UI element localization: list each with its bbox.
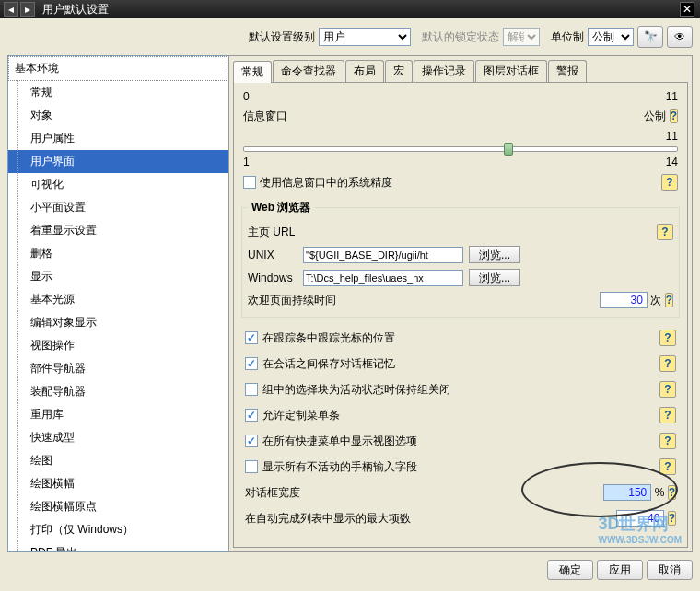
tab[interactable]: 宏 (385, 60, 413, 82)
tree-item[interactable]: 绘图横幅原点 (8, 495, 228, 518)
autocomplete-max-input[interactable] (616, 510, 664, 527)
tab[interactable]: 图层对话框 (475, 60, 547, 82)
help-icon[interactable]: ? (659, 355, 676, 372)
help-icon[interactable]: ? (657, 224, 673, 240)
unix-path-input[interactable] (303, 247, 463, 263)
tree-item[interactable]: 删格 (8, 242, 228, 265)
help-icon[interactable]: ? (661, 174, 678, 191)
inactive-handles-check[interactable] (245, 460, 258, 473)
default-level-label: 默认设置级别 (249, 29, 315, 45)
unit-select[interactable]: 公制 (588, 28, 634, 46)
tree-item[interactable]: 打印（仅 Windows） (8, 518, 228, 541)
autocomplete-label: 在自动完成列表中显示的最大项数 (245, 511, 411, 527)
tree-item[interactable]: 小平面设置 (8, 196, 228, 219)
help-icon[interactable]: ? (668, 511, 676, 526)
info-window-label: 信息窗口 (243, 109, 287, 124)
tree-item[interactable]: 显示 (8, 265, 228, 288)
tree-item[interactable]: 对象 (8, 104, 228, 127)
tree-item[interactable]: 编辑对象显示 (8, 311, 228, 334)
track-cursor-check[interactable] (245, 331, 258, 344)
window-title: 用户默认设置 (42, 2, 109, 17)
tree-item[interactable]: 部件导航器 (8, 357, 228, 380)
save-dialog-memory-check[interactable] (245, 357, 258, 370)
binoculars-icon[interactable]: 🔭 (637, 26, 663, 48)
back-button[interactable]: ◂ (4, 2, 18, 17)
tree-item[interactable]: 基本光源 (8, 288, 228, 311)
cancel-button[interactable]: 取消 (647, 560, 693, 580)
tab[interactable]: 警报 (548, 60, 587, 82)
dialog-width-input[interactable] (603, 484, 651, 501)
tree-item[interactable]: 重用库 (8, 403, 228, 426)
tree-item[interactable]: 着重显示设置 (8, 219, 228, 242)
web-browser-group: Web 浏览器 主页 URL? UNIX 浏览... Windows 浏览...… (241, 200, 680, 318)
windows-path-input[interactable] (303, 270, 463, 286)
close-button[interactable]: ✕ (680, 2, 694, 17)
eye-icon[interactable]: 👁 (667, 26, 693, 48)
tree-item[interactable]: 装配导航器 (8, 380, 228, 403)
tab[interactable]: 操作记录 (414, 60, 474, 82)
ok-button[interactable]: 确定 (547, 560, 593, 580)
help-icon[interactable]: ? (659, 433, 676, 449)
tree-item[interactable]: 常规 (8, 81, 228, 104)
tree[interactable]: 基本环境 常规对象用户属性用户界面可视化小平面设置着重显示设置删格显示基本光源编… (7, 55, 228, 552)
tabs: 常规命令查找器布局宏操作记录图层对话框警报 (229, 56, 692, 82)
tree-item[interactable]: 可视化 (8, 173, 228, 196)
group-select-check[interactable] (245, 383, 258, 396)
tree-root[interactable]: 基本环境 (8, 56, 228, 81)
tree-item[interactable]: 快速成型 (8, 426, 228, 449)
tree-item[interactable]: 用户属性 (8, 127, 228, 150)
view-options-check[interactable] (245, 435, 258, 447)
tree-item[interactable]: PDF 导出 (8, 541, 228, 552)
browse-button[interactable]: 浏览... (469, 269, 520, 286)
tree-item[interactable]: 绘图 (8, 449, 228, 472)
forward-button[interactable]: ▸ (20, 2, 35, 17)
help-icon[interactable]: ? (670, 109, 678, 123)
welcome-duration-input[interactable] (600, 292, 648, 308)
sys-precision-check[interactable] (243, 176, 256, 189)
tree-item[interactable]: 绘图横幅 (8, 472, 228, 495)
help-icon[interactable]: ? (659, 458, 676, 475)
tab-content: 011 信息窗口公制 ? 11 114 使用信息窗口中的系统精度 ? Web 浏… (233, 82, 688, 548)
tab[interactable]: 命令查找器 (273, 60, 344, 82)
tab[interactable]: 布局 (345, 60, 384, 82)
default-level-select[interactable]: 用户 (319, 28, 411, 46)
dialog-width-label: 对话框宽度 (245, 485, 300, 501)
tree-item[interactable]: 视图操作 (8, 334, 228, 357)
unit-label: 单位制 (551, 29, 584, 45)
browse-button[interactable]: 浏览... (469, 246, 520, 263)
lock-state-select[interactable]: 解锁 (503, 28, 540, 46)
help-icon[interactable]: ? (659, 407, 676, 423)
slider-thumb[interactable] (504, 143, 513, 156)
help-icon[interactable]: ? (665, 293, 673, 307)
custom-menu-check[interactable] (245, 409, 258, 422)
tab[interactable]: 常规 (233, 61, 272, 83)
apply-button[interactable]: 应用 (597, 560, 643, 580)
lock-state-label: 默认的锁定状态 (422, 29, 499, 45)
help-icon[interactable]: ? (659, 330, 676, 346)
help-icon[interactable]: ? (659, 381, 676, 398)
help-icon[interactable]: ? (668, 485, 676, 500)
tree-item[interactable]: 用户界面 (8, 150, 228, 173)
slider[interactable] (243, 146, 678, 152)
